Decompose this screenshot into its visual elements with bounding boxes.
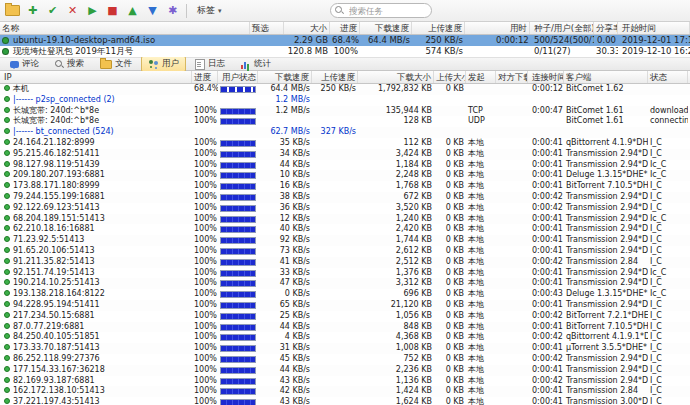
peer-row[interactable]: 209.180.207.193:6881100%10 KB/s2,248 KB0… xyxy=(0,170,690,181)
peer-row[interactable]: 71.23.92.5:51413100%92 KB/s1,744 KB0 KB本… xyxy=(0,235,690,246)
stop-task-icon[interactable]: ■ xyxy=(104,2,121,19)
peer-row[interactable]: 62.210.18.16:16881100%40 KB/s2,420 KB0 K… xyxy=(0,224,690,235)
peer-row[interactable]: 98.127.98.119:51439100%44 KB/s1,184 KB0 … xyxy=(0,160,690,171)
cell: 92.122.69.123:51413 xyxy=(2,203,192,214)
cell: 本地 xyxy=(466,224,496,235)
peer-row[interactable]: 193.138.218.164:8122100%0 KB/s696 KB0 KB… xyxy=(0,289,690,300)
cell: 91.65.20.106:51413 xyxy=(2,246,192,257)
cell: Transmission 2.94*DHE* xyxy=(564,160,648,171)
tab-搜索[interactable]: 搜索 xyxy=(48,56,91,72)
peer-col-header[interactable]: 下载大小 xyxy=(358,71,434,83)
cell: 0:00:41 xyxy=(530,149,564,160)
peer-row[interactable]: 86.252.118.99:27376100%45 KB/s752 KB0 KB… xyxy=(0,354,690,365)
peer-row[interactable]: 91.65.20.106:51413100%73 KB/s2,612 KB0 K… xyxy=(0,246,690,257)
cell: 本地 xyxy=(466,386,496,397)
torrent-col-header[interactable]: 上传速度 xyxy=(412,22,465,34)
tab-label: 搜索 xyxy=(67,58,84,70)
options-icon[interactable]: ✱ xyxy=(164,2,181,19)
peer-col-header[interactable]: 连接时间 xyxy=(530,71,564,83)
tag-filter-button[interactable]: 标签 ▾ xyxy=(192,2,227,19)
peer-row[interactable]: 173.33.70.187:51413100%31 KB/s1,008 KB0 … xyxy=(0,343,690,354)
torrent-col-header[interactable]: 用时 xyxy=(494,22,530,34)
move-up-icon[interactable]: ▲ xyxy=(124,2,141,19)
task-search-box[interactable] xyxy=(330,3,432,18)
tab-统计[interactable]: 统计 xyxy=(234,56,278,72)
torrent-col-header[interactable]: 种子/用户(全部) xyxy=(532,22,594,34)
torrent-col-header[interactable]: 预选 xyxy=(250,22,284,34)
peer-row[interactable]: 84.250.40.105:51851100%4 KB/s4,368 KB0 K… xyxy=(0,332,690,343)
peer-group-row[interactable]: |------ p2sp_connected (2)1.2 MB/s xyxy=(0,95,690,106)
cell: μTorrent 3.5.5*DHE* xyxy=(564,343,648,354)
peer-col-header[interactable]: 状态 xyxy=(648,71,688,83)
torrent-col-header[interactable]: 名称 xyxy=(0,22,250,34)
peer-col-header[interactable]: IP xyxy=(2,71,192,83)
peer-row[interactable]: 长城宽带: 240d:^b*8e100%128 KBUDPBitComet 1.… xyxy=(0,116,690,127)
tab-评论[interactable]: 评论 xyxy=(3,56,46,72)
torrent-col-header[interactable]: 分享率 xyxy=(594,22,618,34)
peer-row[interactable]: 217.234.50.15:6881100%25 KB/s1,056 KB0 K… xyxy=(0,311,690,322)
cell: 0 KB xyxy=(434,138,466,149)
cell: Transmission 2.94*DHE* xyxy=(564,214,648,225)
move-down-icon[interactable]: ▼ xyxy=(144,2,161,19)
peer-row[interactable]: 79.244.155.199:16881100%38 KB/s672 KB0 K… xyxy=(0,192,690,203)
peer-row[interactable]: 95.215.46.182:51411100%34 KB/s3,424 KB0 … xyxy=(0,149,690,160)
cell: 30.33 xyxy=(594,46,618,57)
cell: 1.2 MB/s xyxy=(258,95,312,106)
cell: 0:00:41 xyxy=(530,397,564,405)
peer-row[interactable]: 91.211.35.82:51413100%41 KB/s2,512 KB0 K… xyxy=(0,257,690,268)
peer-col-header[interactable]: 进度 xyxy=(192,71,218,83)
peer-col-header[interactable]: 下载速度 xyxy=(258,71,312,83)
start-task-icon[interactable]: ▶ xyxy=(84,2,101,19)
peer-col-header[interactable]: 用户状态 xyxy=(220,71,258,83)
torrent-col-header[interactable]: 大小 xyxy=(284,22,330,34)
peer-row[interactable]: 长城宽带: 240d:^b*8e100%1.2 MB/s135,944 KBTC… xyxy=(0,106,690,117)
peer-col-header[interactable]: 客户端 xyxy=(564,71,648,83)
tab-文件[interactable]: 文件 xyxy=(93,56,139,72)
peer-col-header[interactable]: 上传大小 xyxy=(434,71,466,83)
peer-row[interactable]: 87.0.77.219:6881100%44 KB/s848 KB0 KB本地0… xyxy=(0,322,690,333)
peer-row[interactable]: 92.122.69.123:51413100%36 KB/s3,520 KB0 … xyxy=(0,203,690,214)
peer-col-header[interactable]: 上传速度 xyxy=(312,71,358,83)
cell xyxy=(312,106,358,117)
cell: 2,420 KB xyxy=(358,224,434,235)
edit-check-icon[interactable]: ✔ xyxy=(44,2,61,19)
torrent-col-header[interactable]: 下载速度 xyxy=(360,22,412,34)
torrent-col-header[interactable]: 开始时间 xyxy=(620,22,690,34)
peer-row[interactable]: 92.151.74.19:51413100%33 KB/s1,376 KB0 K… xyxy=(0,268,690,279)
peer-row[interactable]: 173.88.171.180:8999100%16 KB/s1,768 KB0 … xyxy=(0,181,690,192)
cell: 100% xyxy=(192,160,218,171)
tab-用户[interactable]: 用户 xyxy=(141,56,186,72)
tab-日志[interactable]: 日志 xyxy=(188,56,232,72)
cell: 0:00:41 xyxy=(530,138,564,149)
peer-row[interactable]: 本机68.4%64.4 MB/s250 KB/s1,792,832 KB0 KB… xyxy=(0,84,690,95)
peer-row[interactable]: 162.172.138.10:51413100%42 KB/s1,424 KB0… xyxy=(0,386,690,397)
peer-row[interactable]: 177.154.33.167:36218100%44 KB/s2,236 KB0… xyxy=(0,365,690,376)
peer-status-icon xyxy=(4,344,10,350)
peer-group-row[interactable]: |------ bt_connected (524)62.7 MB/s327 K… xyxy=(0,127,690,138)
peer-status-icon xyxy=(4,387,10,393)
peer-row[interactable]: 94.228.95.194:51411100%65 KB/s21,120 KB0… xyxy=(0,300,690,311)
peer-row[interactable]: 190.214.10.25:51413100%47 KB/s3,312 KB0 … xyxy=(0,278,690,289)
peer-row[interactable]: 24.164.21.182:8999100%35 KB/s112 KB0 KB本… xyxy=(0,138,690,149)
torrent-row[interactable]: ubuntu-19.10-desktop-amd64.iso2.29 GB68.… xyxy=(0,35,690,46)
torrent-col-header[interactable]: 进度 xyxy=(330,22,360,34)
peer-row[interactable]: 82.169.93.187:6881100%43 KB/s1,136 KB0 K… xyxy=(0,376,690,387)
cell xyxy=(496,203,528,214)
new-task-icon[interactable]: ✚ xyxy=(24,2,41,19)
cell: 73 KB/s xyxy=(258,246,312,257)
cell xyxy=(496,149,528,160)
cell: 2,248 KB xyxy=(358,170,434,181)
piece-availability-bar xyxy=(220,226,256,233)
peer-row[interactable]: 68.204.189.151:51413100%12 KB/s1,240 KB0… xyxy=(0,214,690,225)
cell: 100% xyxy=(330,46,360,57)
delete-task-icon[interactable]: ✕ xyxy=(64,2,81,19)
torrent-row[interactable]: 现境垮灶登巩包 2019年11月号120.8 MB100%574 KB/s0/1… xyxy=(0,46,690,57)
peer-row[interactable]: 37.221.197.43:51413100%43 KB/s1,624 KB0 … xyxy=(0,397,690,405)
search-input[interactable] xyxy=(347,5,427,17)
peer-col-header[interactable]: 对方下载大小 xyxy=(496,71,528,83)
peer-col-header[interactable]: 发起 xyxy=(466,71,496,83)
cell xyxy=(312,95,358,106)
cell: I_C xyxy=(648,192,688,203)
open-folder-icon[interactable] xyxy=(4,2,21,19)
cell: 本地 xyxy=(466,300,496,311)
